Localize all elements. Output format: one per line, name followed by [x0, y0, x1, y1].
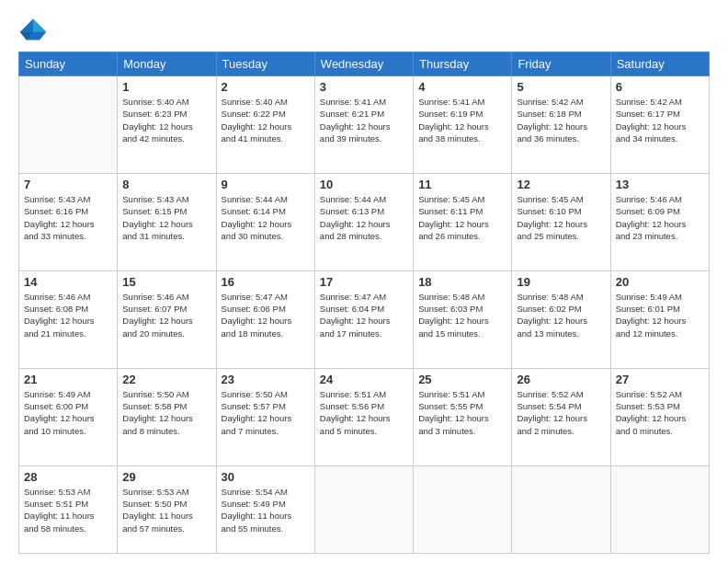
calendar-cell	[414, 465, 512, 553]
day-info: Sunrise: 5:42 AMSunset: 6:17 PMDaylight:…	[616, 96, 704, 144]
day-number: 29	[122, 470, 210, 484]
col-header-tuesday: Tuesday	[216, 52, 314, 76]
day-number: 17	[320, 275, 408, 289]
day-info: Sunrise: 5:48 AMSunset: 6:03 PMDaylight:…	[418, 291, 506, 339]
calendar-cell	[314, 465, 413, 553]
day-number: 11	[418, 178, 506, 191]
calendar-table: SundayMondayTuesdayWednesdayThursdayFrid…	[18, 52, 710, 554]
day-number: 12	[517, 178, 605, 191]
col-header-monday: Monday	[118, 52, 216, 76]
calendar-cell: 27Sunrise: 5:52 AMSunset: 5:53 PMDayligh…	[610, 368, 709, 465]
day-info: Sunrise: 5:45 AMSunset: 6:11 PMDaylight:…	[418, 193, 506, 242]
day-number: 22	[122, 373, 210, 386]
day-info: Sunrise: 5:54 AMSunset: 5:49 PMDaylight:…	[222, 486, 310, 534]
calendar-cell	[610, 465, 709, 553]
calendar-cell: 16Sunrise: 5:47 AMSunset: 6:06 PMDayligh…	[216, 270, 314, 368]
calendar-cell: 7Sunrise: 5:43 AMSunset: 6:16 PMDaylight…	[19, 173, 118, 270]
day-number: 1	[122, 80, 210, 94]
col-header-sunday: Sunday	[19, 52, 118, 76]
day-info: Sunrise: 5:41 AMSunset: 6:19 PMDaylight:…	[418, 96, 506, 144]
calendar-cell: 26Sunrise: 5:52 AMSunset: 5:54 PMDayligh…	[512, 368, 610, 465]
day-number: 3	[320, 80, 408, 94]
calendar-cell: 11Sunrise: 5:45 AMSunset: 6:11 PMDayligh…	[414, 173, 512, 270]
calendar-cell: 28Sunrise: 5:53 AMSunset: 5:51 PMDayligh…	[19, 465, 118, 553]
calendar-cell: 20Sunrise: 5:49 AMSunset: 6:01 PMDayligh…	[610, 270, 709, 368]
calendar-cell: 8Sunrise: 5:43 AMSunset: 6:15 PMDaylight…	[118, 173, 216, 270]
logo	[18, 17, 51, 42]
day-number: 27	[616, 373, 704, 386]
calendar-cell: 6Sunrise: 5:42 AMSunset: 6:17 PMDaylight…	[610, 76, 709, 174]
calendar-cell: 13Sunrise: 5:46 AMSunset: 6:09 PMDayligh…	[610, 173, 709, 270]
day-number: 8	[122, 178, 210, 191]
day-info: Sunrise: 5:49 AMSunset: 6:01 PMDaylight:…	[616, 291, 704, 339]
page: SundayMondayTuesdayWednesdayThursdayFrid…	[0, 0, 728, 563]
calendar-cell: 5Sunrise: 5:42 AMSunset: 6:18 PMDaylight…	[512, 76, 610, 174]
day-info: Sunrise: 5:50 AMSunset: 5:57 PMDaylight:…	[222, 388, 310, 437]
calendar-cell: 24Sunrise: 5:51 AMSunset: 5:56 PMDayligh…	[314, 368, 413, 465]
day-number: 16	[222, 275, 310, 289]
day-info: Sunrise: 5:49 AMSunset: 6:00 PMDaylight:…	[24, 388, 112, 437]
day-info: Sunrise: 5:40 AMSunset: 6:23 PMDaylight:…	[122, 96, 210, 144]
day-number: 21	[24, 373, 112, 386]
day-number: 28	[24, 470, 112, 484]
day-number: 26	[517, 373, 605, 386]
day-info: Sunrise: 5:51 AMSunset: 5:55 PMDaylight:…	[418, 388, 506, 437]
day-number: 10	[320, 178, 408, 191]
day-info: Sunrise: 5:50 AMSunset: 5:58 PMDaylight:…	[122, 388, 210, 437]
col-header-wednesday: Wednesday	[314, 52, 413, 76]
day-number: 23	[222, 373, 310, 386]
calendar-cell: 1Sunrise: 5:40 AMSunset: 6:23 PMDaylight…	[118, 76, 216, 174]
day-info: Sunrise: 5:42 AMSunset: 6:18 PMDaylight:…	[517, 96, 605, 144]
calendar-cell: 19Sunrise: 5:48 AMSunset: 6:02 PMDayligh…	[512, 270, 610, 368]
day-info: Sunrise: 5:46 AMSunset: 6:09 PMDaylight:…	[616, 193, 704, 242]
day-number: 30	[222, 470, 310, 484]
day-info: Sunrise: 5:44 AMSunset: 6:14 PMDaylight:…	[222, 193, 310, 242]
day-info: Sunrise: 5:48 AMSunset: 6:02 PMDaylight:…	[517, 291, 605, 339]
day-info: Sunrise: 5:52 AMSunset: 5:54 PMDaylight:…	[517, 388, 605, 437]
calendar-cell	[19, 76, 118, 174]
day-info: Sunrise: 5:43 AMSunset: 6:15 PMDaylight:…	[122, 193, 210, 242]
header	[18, 17, 710, 42]
svg-marker-1	[33, 18, 46, 31]
col-header-saturday: Saturday	[610, 52, 709, 76]
calendar-cell: 21Sunrise: 5:49 AMSunset: 6:00 PMDayligh…	[19, 368, 118, 465]
calendar-cell: 25Sunrise: 5:51 AMSunset: 5:55 PMDayligh…	[414, 368, 512, 465]
calendar-cell: 18Sunrise: 5:48 AMSunset: 6:03 PMDayligh…	[414, 270, 512, 368]
day-info: Sunrise: 5:53 AMSunset: 5:51 PMDaylight:…	[24, 486, 112, 534]
calendar-cell: 2Sunrise: 5:40 AMSunset: 6:22 PMDaylight…	[216, 76, 314, 174]
day-info: Sunrise: 5:46 AMSunset: 6:08 PMDaylight:…	[24, 291, 112, 339]
calendar-cell: 23Sunrise: 5:50 AMSunset: 5:57 PMDayligh…	[216, 368, 314, 465]
day-number: 9	[222, 178, 310, 191]
calendar-cell: 29Sunrise: 5:53 AMSunset: 5:50 PMDayligh…	[118, 465, 216, 553]
col-header-friday: Friday	[512, 52, 610, 76]
calendar-cell: 10Sunrise: 5:44 AMSunset: 6:13 PMDayligh…	[314, 173, 413, 270]
day-info: Sunrise: 5:46 AMSunset: 6:07 PMDaylight:…	[122, 291, 210, 339]
day-info: Sunrise: 5:52 AMSunset: 5:53 PMDaylight:…	[616, 388, 704, 437]
calendar-cell: 9Sunrise: 5:44 AMSunset: 6:14 PMDaylight…	[216, 173, 314, 270]
day-info: Sunrise: 5:44 AMSunset: 6:13 PMDaylight:…	[320, 193, 408, 242]
day-info: Sunrise: 5:51 AMSunset: 5:56 PMDaylight:…	[320, 388, 408, 437]
day-info: Sunrise: 5:47 AMSunset: 6:04 PMDaylight:…	[320, 291, 408, 339]
calendar-cell: 3Sunrise: 5:41 AMSunset: 6:21 PMDaylight…	[314, 76, 413, 174]
day-number: 4	[418, 80, 506, 94]
calendar-cell: 14Sunrise: 5:46 AMSunset: 6:08 PMDayligh…	[19, 270, 118, 368]
calendar-cell	[512, 465, 610, 553]
logo-icon	[18, 17, 48, 42]
calendar-cell: 22Sunrise: 5:50 AMSunset: 5:58 PMDayligh…	[118, 368, 216, 465]
day-number: 15	[122, 275, 210, 289]
day-number: 24	[320, 373, 408, 386]
day-info: Sunrise: 5:41 AMSunset: 6:21 PMDaylight:…	[320, 96, 408, 144]
day-info: Sunrise: 5:47 AMSunset: 6:06 PMDaylight:…	[222, 291, 310, 339]
day-info: Sunrise: 5:45 AMSunset: 6:10 PMDaylight:…	[517, 193, 605, 242]
day-number: 5	[517, 80, 605, 94]
day-number: 20	[616, 275, 704, 289]
col-header-thursday: Thursday	[414, 52, 512, 76]
day-number: 19	[517, 275, 605, 289]
day-info: Sunrise: 5:40 AMSunset: 6:22 PMDaylight:…	[222, 96, 310, 144]
day-number: 13	[616, 178, 704, 191]
calendar-cell: 15Sunrise: 5:46 AMSunset: 6:07 PMDayligh…	[118, 270, 216, 368]
calendar-cell: 12Sunrise: 5:45 AMSunset: 6:10 PMDayligh…	[512, 173, 610, 270]
calendar-cell: 17Sunrise: 5:47 AMSunset: 6:04 PMDayligh…	[314, 270, 413, 368]
day-number: 6	[616, 80, 704, 94]
day-info: Sunrise: 5:53 AMSunset: 5:50 PMDaylight:…	[122, 486, 210, 534]
